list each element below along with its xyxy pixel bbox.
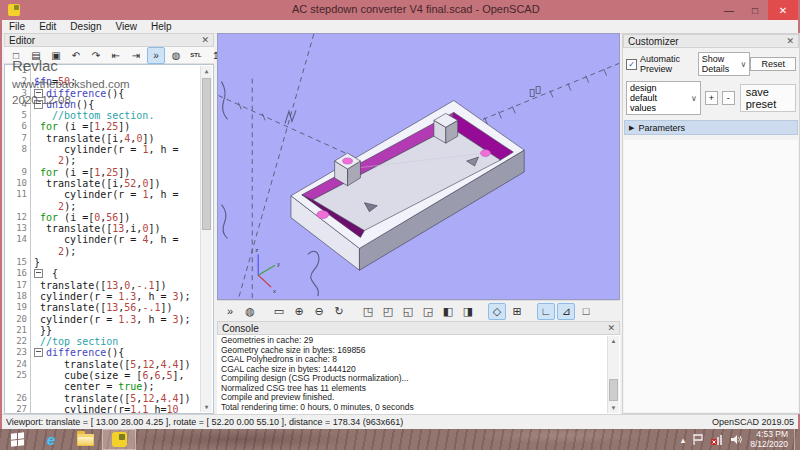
- zoom-in-button[interactable]: ⊕: [290, 303, 308, 320]
- zoom-out-button[interactable]: ⊖: [310, 303, 328, 320]
- undo-button[interactable]: ↶: [67, 47, 85, 64]
- scroll-down-icon[interactable]: ▼: [201, 402, 212, 412]
- code-row: 1: [5, 65, 213, 76]
- automatic-preview-label: Automatic Preview: [640, 54, 694, 74]
- editor-close-icon[interactable]: ✕: [201, 35, 209, 45]
- app-icon: [8, 4, 20, 16]
- taskbar-item-openscad[interactable]: [102, 429, 136, 450]
- orthogonal-button[interactable]: ⊞: [508, 303, 526, 320]
- show-scale-markers-button[interactable]: ⊿: [557, 303, 575, 320]
- line-number: 2: [5, 76, 31, 87]
- view-front-icon: ◧: [443, 305, 453, 318]
- save-preset-button[interactable]: save preset: [740, 84, 796, 112]
- menu-item-view[interactable]: View: [109, 21, 145, 32]
- open-button[interactable]: ▤: [27, 47, 45, 64]
- taskbar-clock[interactable]: 4:53 PM 8/12/2020: [750, 430, 788, 449]
- scroll-up-icon[interactable]: ▲: [201, 66, 212, 76]
- line-number: 24: [5, 359, 31, 370]
- line-number: 7: [5, 133, 31, 144]
- customizer-close-icon[interactable]: ✕: [786, 36, 794, 46]
- show-details-select[interactable]: Show Details ∨: [698, 52, 751, 76]
- view-front-button[interactable]: ◧: [439, 303, 457, 320]
- code-row: 19 translate([13,56,-.1]): [5, 302, 213, 313]
- console-panel: Console ✕ Geometries in cache: 29Geometr…: [217, 321, 620, 414]
- editor-scrollbar[interactable]: ▲ ▼: [200, 66, 212, 412]
- minimize-button[interactable]: —: [716, 0, 742, 20]
- menu-item-file[interactable]: File: [2, 21, 32, 32]
- code-row: 27 cylinder(r=1.1 h=10↵: [5, 404, 213, 414]
- model-hole-left: [317, 211, 329, 219]
- close-button[interactable]: ✕: [768, 0, 798, 20]
- tray-expand-icon[interactable]: ▴: [681, 435, 686, 445]
- menu-item-help[interactable]: Help: [144, 21, 179, 32]
- console-close-icon[interactable]: ✕: [607, 323, 615, 333]
- fold-marker-icon[interactable]: [34, 348, 43, 357]
- show-desktop-button[interactable]: [794, 429, 800, 450]
- view-top-button[interactable]: ◰: [379, 303, 397, 320]
- add-preset-button[interactable]: +: [705, 91, 718, 105]
- scroll-up-icon[interactable]: ▲: [608, 336, 619, 346]
- view-bottom-button[interactable]: ◱: [399, 303, 417, 320]
- scroll-down-icon[interactable]: ▼: [608, 403, 619, 413]
- redo-button[interactable]: ↷: [87, 47, 105, 64]
- x-axis-icon: [258, 275, 271, 287]
- expand-arrow-icon: ▶: [629, 124, 634, 132]
- save-button[interactable]: ▣: [47, 47, 65, 64]
- view-back-button[interactable]: ◨: [459, 303, 477, 320]
- taskbar-item-internet-explorer[interactable]: e: [34, 429, 68, 450]
- title-bar[interactable]: AC stepdown converter V4 final.scad - Op…: [2, 0, 798, 20]
- console-scroll-thumb[interactable]: [609, 379, 618, 401]
- speaker-icon[interactable]: [731, 434, 742, 445]
- network-icon[interactable]: [711, 434, 723, 445]
- view-all-button[interactable]: ▭: [270, 303, 288, 320]
- action-center-flag-icon[interactable]: [693, 434, 703, 445]
- show-crosshairs-button[interactable]: □: [577, 303, 595, 320]
- automatic-preview-checkbox[interactable]: ✓: [626, 59, 637, 70]
- indent-icon: ⇥: [132, 50, 140, 61]
- menu-item-edit[interactable]: Edit: [32, 21, 63, 32]
- console-header[interactable]: Console ✕: [217, 321, 620, 335]
- preview-button[interactable]: »: [221, 303, 239, 320]
- reset-button[interactable]: Reset: [750, 57, 796, 71]
- version-label: OpenSCAD 2019.05: [712, 417, 794, 427]
- code-row: 11 cylinder(r = 1, h =↵: [5, 189, 213, 200]
- perspective-button[interactable]: ◇: [488, 303, 506, 320]
- clock-date: 8/12/2020: [750, 440, 788, 450]
- render-button[interactable]: ◍: [167, 47, 185, 64]
- taskbar-item-file-explorer[interactable]: [68, 429, 102, 450]
- console-output[interactable]: Geometries in cache: 29Geometry cache si…: [218, 335, 607, 413]
- start-button[interactable]: [0, 429, 34, 450]
- preview-button[interactable]: »: [147, 47, 165, 64]
- unindent-button[interactable]: ⇤: [107, 47, 125, 64]
- indent-button[interactable]: ⇥: [127, 47, 145, 64]
- remove-preset-button[interactable]: -: [722, 91, 735, 105]
- zoom-out-icon: ⊖: [314, 305, 323, 318]
- fold-marker-icon[interactable]: [34, 269, 43, 278]
- new-file-button[interactable]: □: [7, 47, 25, 64]
- customizer-header[interactable]: Customizer ✕: [623, 34, 799, 48]
- fold-marker-icon[interactable]: [34, 100, 43, 109]
- view-left-button[interactable]: ◲: [419, 303, 437, 320]
- model: [291, 100, 524, 270]
- export-stl-button[interactable]: STL: [187, 47, 205, 64]
- code-editor[interactable]: 12$fn=50;3difference(){4union(){5 //bott…: [4, 64, 214, 414]
- line-number: 6: [5, 121, 31, 132]
- menu-item-design[interactable]: Design: [63, 21, 108, 32]
- fold-marker-icon[interactable]: [34, 89, 43, 98]
- code-row: center = true);: [5, 381, 213, 392]
- code-row: 5 //bottom section.: [5, 110, 213, 121]
- parameters-group[interactable]: ▶ Parameters: [624, 120, 798, 135]
- maximize-button[interactable]: □: [742, 0, 768, 20]
- view-right-button[interactable]: ◳: [359, 303, 377, 320]
- show-axes-button[interactable]: ∟: [537, 303, 555, 320]
- render-icon: ◍: [245, 305, 255, 318]
- console-scrollbar[interactable]: ▲ ▼: [607, 336, 619, 413]
- preset-select[interactable]: design default values ∨: [626, 81, 701, 115]
- 3d-viewport[interactable]: z y x: [217, 33, 620, 300]
- taskbar: e ▴ 4:53 PM 8/12/2020: [0, 429, 800, 450]
- render-button[interactable]: ◍: [241, 303, 259, 320]
- editor-scroll-thumb[interactable]: [202, 78, 211, 230]
- code-row: 23difference(){: [5, 347, 213, 358]
- reset-view-button[interactable]: ↻: [330, 303, 348, 320]
- editor-header[interactable]: Editor ✕: [4, 33, 214, 47]
